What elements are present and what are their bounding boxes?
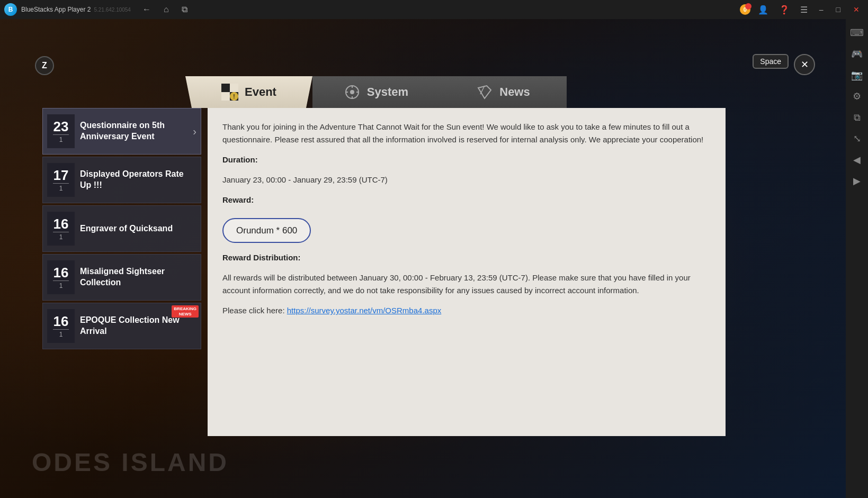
item-num-divider-2 — [53, 232, 69, 232]
back-button[interactable]: ← — [139, 4, 154, 15]
list-item[interactable]: 23 1 Questionnaire on 5th Anniversary Ev… — [42, 108, 201, 155]
reward-dist-label: Reward Distribution: — [222, 251, 711, 264]
reward-box: Orundum * 600 — [222, 218, 311, 243]
content-intro: Thank you for joining in the Adventure T… — [222, 121, 711, 146]
maximize-button[interactable]: □ — [832, 4, 845, 15]
svg-rect-2 — [221, 92, 230, 101]
x-close-button[interactable]: ✕ — [794, 54, 815, 75]
list-item[interactable]: 17 1 Displayed Operators Rate Up !!! — [42, 157, 201, 203]
bluestacks-logo: B — [4, 3, 17, 16]
reward-value: Orundum * 600 — [236, 225, 297, 236]
svg-rect-0 — [221, 84, 230, 92]
duration-section: Duration: — [222, 153, 711, 166]
help-icon[interactable]: ❓ — [776, 4, 793, 16]
item-num-small-3: 1 — [59, 282, 63, 289]
item-num-small-4: 1 — [59, 331, 63, 338]
item-number-3: 16 1 — [47, 260, 75, 294]
svg-point-7 — [350, 90, 354, 94]
app-version: 5.21.642.10054 — [94, 7, 131, 13]
svg-text:!: ! — [233, 94, 235, 99]
expand-icon[interactable]: ⤡ — [847, 129, 866, 148]
item-title-2: Engraver of Quicksand — [80, 223, 196, 234]
titlebar: B BlueStacks App Player 2 5.21.642.10054… — [0, 0, 868, 19]
item-num-big-1: 17 — [53, 168, 69, 182]
tab-news-label: News — [499, 85, 530, 99]
reward-label: Reward: — [222, 194, 711, 206]
list-item[interactable]: 16 1 Engraver of Quicksand — [42, 205, 201, 252]
item-number-1: 17 1 — [47, 163, 75, 197]
tab-news[interactable]: News — [440, 76, 567, 108]
layers-icon[interactable]: ⧉ — [847, 108, 866, 127]
titlebar-right: 0 👤 ❓ ☰ – □ ✕ — [740, 4, 864, 16]
right-sidebar: ⌨ 🎮 📷 ⚙ ⧉ ⤡ ◀ ▶ — [846, 19, 868, 498]
rhodes-island-watermark: ODES ISLAND — [0, 448, 261, 477]
item-num-divider-3 — [53, 280, 69, 281]
item-num-small-2: 1 — [59, 233, 63, 241]
arrow-right-icon[interactable]: ▶ — [847, 171, 866, 191]
notification-badge — [745, 3, 751, 10]
camera-icon[interactable]: 📷 — [847, 66, 866, 85]
app-name: BlueStacks App Player 2 — [21, 6, 91, 13]
click-here-label: Please click here: — [222, 306, 287, 315]
survey-link[interactable]: https://survey.yostar.net/vm/OSRmba4.asp… — [287, 306, 442, 315]
breaking-news-badge: BREAKINGNEWS — [172, 305, 199, 318]
item-num-divider-0 — [53, 134, 69, 135]
item-num-big-4: 16 — [53, 314, 69, 328]
game-area: ODES ISLAND Z Space ✕ ! Event — [0, 19, 846, 498]
news-tab-icon — [476, 84, 493, 101]
tab-event[interactable]: ! Event — [185, 76, 312, 108]
item-number-2: 16 1 — [47, 212, 75, 246]
item-title-1: Displayed Operators Rate Up !!! — [80, 169, 196, 191]
multi-button[interactable]: ⧉ — [178, 4, 191, 15]
space-button[interactable]: Space — [753, 54, 789, 69]
system-tab-icon — [344, 84, 361, 101]
user-icon[interactable]: 👤 — [755, 4, 772, 16]
item-title-3: Misaligned Sightseer Collection — [80, 266, 196, 288]
item-num-big-2: 16 — [53, 217, 69, 231]
tab-system-label: System — [367, 85, 408, 99]
item-arrow-0: › — [193, 125, 196, 138]
reward-label-text: Reward: — [222, 195, 254, 204]
menu-icon[interactable]: ☰ — [797, 4, 811, 16]
tab-event-label: Event — [245, 85, 276, 99]
duration-label: Duration: — [222, 155, 258, 164]
reward-dist-value: All rewards will be distributed between … — [222, 271, 711, 297]
arrow-left-icon[interactable]: ◀ — [847, 150, 866, 169]
item-title-4: EPOQUE Collection New Arrival — [80, 315, 196, 337]
item-number-4: 16 1 — [47, 309, 75, 343]
item-num-small-1: 1 — [59, 185, 63, 192]
tab-system[interactable]: System — [312, 76, 440, 108]
item-number-0: 23 1 — [47, 114, 75, 148]
duration-value: January 23, 00:00 - January 29, 23:59 (U… — [222, 174, 711, 186]
titlebar-nav: ← ⌂ ⧉ — [139, 4, 191, 15]
item-num-big-0: 23 — [53, 120, 69, 133]
item-num-divider-1 — [53, 183, 69, 184]
z-button[interactable]: Z — [35, 56, 54, 75]
keyboard-icon[interactable]: ⌨ — [847, 23, 866, 42]
svg-rect-1 — [230, 84, 238, 92]
click-here-section: Please click here: https://survey.yostar… — [222, 304, 711, 317]
item-num-small-0: 1 — [59, 136, 63, 143]
main-panel: 23 1 Questionnaire on 5th Anniversary Ev… — [42, 108, 726, 436]
item-num-divider-4 — [53, 329, 69, 330]
close-button[interactable]: ✕ — [849, 4, 864, 15]
item-num-big-3: 16 — [53, 266, 69, 279]
event-tab-icon: ! — [221, 84, 238, 101]
content-body: Thank you for joining in the Adventure T… — [222, 121, 711, 317]
list-panel: 23 1 Questionnaire on 5th Anniversary Ev… — [42, 108, 201, 436]
home-button[interactable]: ⌂ — [160, 4, 172, 15]
item-title-0: Questionnaire on 5th Anniversary Event — [80, 120, 187, 142]
tabs-container: ! Event System — [185, 76, 567, 108]
content-panel[interactable]: Thank you for joining in the Adventure T… — [208, 108, 726, 436]
list-item[interactable]: 16 1 EPOQUE Collection New Arrival BREAK… — [42, 303, 201, 349]
minimize-button[interactable]: – — [815, 4, 828, 15]
gamepad-icon[interactable]: 🎮 — [847, 44, 866, 64]
list-item[interactable]: 16 1 Misaligned Sightseer Collection — [42, 254, 201, 301]
reward-dist-label-text: Reward Distribution: — [222, 253, 301, 262]
settings-icon[interactable]: ⚙ — [847, 87, 866, 106]
